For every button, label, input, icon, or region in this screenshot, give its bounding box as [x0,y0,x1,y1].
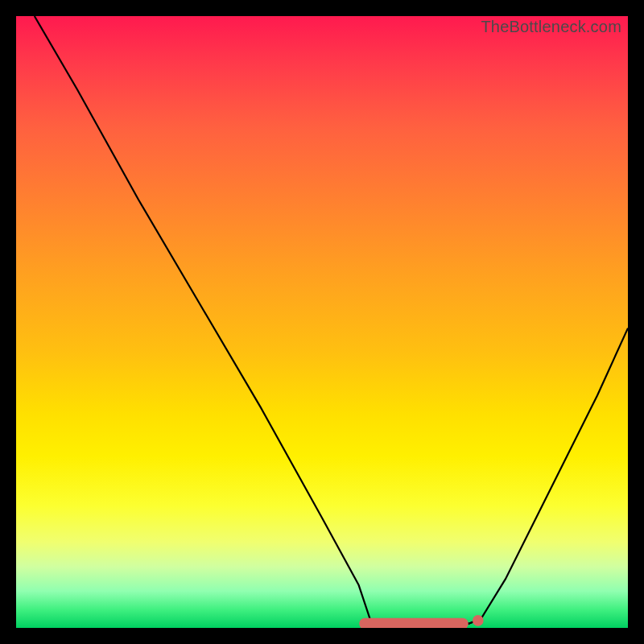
curve-right-branch [371,328,628,625]
bottleneck-curve-svg [16,16,628,628]
curve-left-branch [35,16,481,625]
plot-area: TheBottleneck.com [16,16,628,628]
floor-marker-dot [473,615,484,626]
